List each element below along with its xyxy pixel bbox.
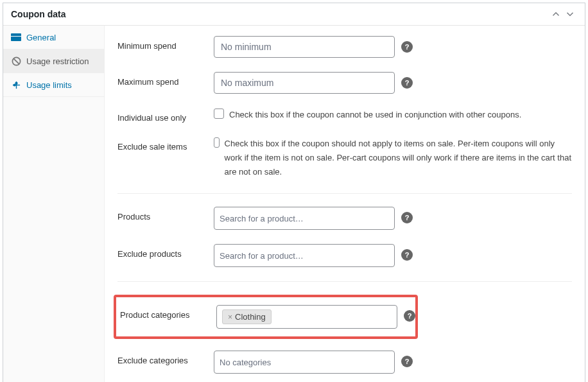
help-icon[interactable]: ? [401, 77, 413, 89]
row-exclude-products: Exclude products Search for a product… ? [117, 244, 572, 267]
svg-point-6 [13, 84, 15, 86]
exclude-sale-checkbox[interactable] [214, 137, 220, 148]
individual-use-checkbox[interactable] [214, 109, 224, 119]
row-exclude-sale: Exclude sale items Check this box if the… [117, 137, 572, 179]
individual-use-desc: Check this box if the coupon cannot be u… [229, 108, 521, 122]
sidebar-item-usage-limits[interactable]: Usage limits [3, 73, 104, 97]
label-exclude-sale: Exclude sale items [117, 137, 214, 152]
exclude-sale-desc: Check this box if the coupon should not … [225, 137, 572, 179]
svg-point-7 [15, 82, 17, 84]
tag-label: Clothing [235, 312, 266, 322]
sidebar-item-usage-restriction[interactable]: Usage restriction [3, 49, 104, 73]
help-icon[interactable]: ? [401, 356, 413, 367]
svg-rect-0 [11, 33, 21, 41]
help-icon[interactable]: ? [401, 212, 413, 223]
row-maximum-spend: Maximum spend ? [117, 72, 572, 94]
help-icon[interactable]: ? [401, 249, 413, 261]
label-individual-use: Individual use only [117, 108, 214, 123]
label-exclude-products: Exclude products [117, 244, 214, 259]
coupon-data-panel: Coupon data General Usage restriction Us… [3, 3, 585, 382]
exclude-products-select[interactable]: Search for a product… [214, 244, 395, 267]
panel-move-down-icon[interactable] [563, 8, 577, 20]
panel-toggles [549, 8, 577, 20]
divider [117, 193, 572, 194]
sidebar-item-general[interactable]: General [3, 26, 104, 49]
row-exclude-categories: Exclude categories No categories ? [117, 351, 572, 374]
help-icon[interactable]: ? [404, 310, 415, 322]
sliders-icon [11, 80, 21, 90]
divider [117, 281, 572, 282]
sidebar-item-label: Usage limits [26, 80, 72, 90]
label-product-categories: Product categories [120, 305, 216, 320]
help-icon[interactable]: ? [401, 41, 413, 53]
row-individual-use: Individual use only Check this box if th… [117, 108, 572, 123]
panel-header: Coupon data [3, 3, 585, 26]
remove-tag-icon[interactable]: × [228, 313, 232, 322]
label-maximum-spend: Maximum spend [117, 72, 214, 87]
highlight-product-categories: Product categories × Clothing ? [114, 295, 418, 339]
svg-rect-1 [11, 36, 21, 37]
ticket-icon [11, 32, 21, 42]
sidebar-item-label: General [26, 33, 56, 42]
exclude-categories-select[interactable]: No categories [214, 351, 395, 374]
sidebar-item-label: Usage restriction [26, 56, 89, 66]
row-minimum-spend: Minimum spend ? [117, 36, 572, 58]
label-exclude-categories: Exclude categories [117, 351, 214, 365]
block-icon [11, 56, 21, 66]
svg-line-3 [13, 58, 19, 64]
row-products: Products Search for a product… ? [117, 207, 572, 230]
row-product-categories: Product categories × Clothing ? [116, 305, 415, 329]
sidebar: General Usage restriction Usage limits [3, 26, 105, 382]
minimum-spend-input[interactable] [214, 36, 395, 58]
products-select[interactable]: Search for a product… [214, 207, 395, 230]
main-content: Minimum spend ? Maximum spend ? Individu… [105, 26, 585, 382]
panel-title: Coupon data [11, 9, 66, 19]
category-tag-clothing: × Clothing [222, 309, 272, 324]
panel-body: General Usage restriction Usage limits M… [3, 26, 585, 382]
product-categories-select[interactable]: × Clothing [216, 305, 397, 329]
maximum-spend-input[interactable] [214, 72, 395, 94]
label-products: Products [117, 207, 214, 221]
panel-move-up-icon[interactable] [549, 8, 563, 20]
label-minimum-spend: Minimum spend [117, 36, 214, 51]
